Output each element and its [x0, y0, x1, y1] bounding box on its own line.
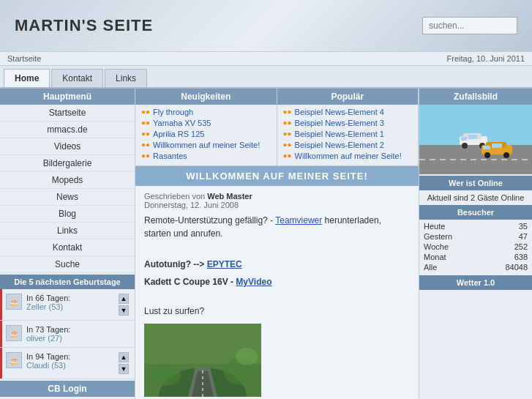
- svg-rect-22: [492, 143, 502, 148]
- popular-body: ●● Beispiel News-Element 4 ●● Beispiel N…: [277, 105, 419, 165]
- neuigkeiten-link-3[interactable]: Aprilia RS 125: [153, 130, 204, 138]
- popular-link-3[interactable]: Beispiel News-Element 1: [295, 130, 384, 138]
- popular-bullet-4: ●●: [283, 141, 292, 149]
- visitor-header: Besucher: [419, 205, 532, 220]
- scroll-up-1[interactable]: ▲: [119, 294, 129, 304]
- popular-bullet-5: ●●: [283, 152, 292, 160]
- bullet-icon-4: ●●: [141, 141, 150, 149]
- neuigkeiten-link-2[interactable]: Yamaha XV 535: [153, 119, 211, 127]
- sidebar-item-startseite[interactable]: Startseite: [0, 105, 135, 122]
- sidebar-header: Hauptmenü: [0, 89, 135, 105]
- popular-link-5[interactable]: Willkommen auf meiner Seite!: [295, 152, 402, 160]
- svg-point-8: [236, 348, 258, 365]
- myvideo-link[interactable]: MyVideo: [236, 277, 271, 287]
- scroll-down-1[interactable]: ▼: [119, 305, 129, 316]
- birthday-name-1: Zeller (53): [26, 302, 70, 311]
- neuigkeiten-item-4: ●● Willkommen auf meiner Seite!: [141, 141, 271, 149]
- tab-kontakt[interactable]: Kontakt: [51, 69, 103, 87]
- popular-item-3: ●● Beispiel News-Element 1: [283, 130, 413, 138]
- neuigkeiten-link-4[interactable]: Willkommen auf meiner Seite!: [153, 141, 260, 149]
- neuigkeiten-body: ●● Fly through ●● Yamaha XV 535 ●● April…: [135, 105, 277, 165]
- visitor-row-alle: Alle 84048: [424, 262, 528, 272]
- bullet-icon-2: ●●: [141, 119, 150, 127]
- visitor-row-monat: Monat 638: [424, 252, 528, 262]
- neuigkeiten-item-1: ●● Fly through: [141, 108, 271, 116]
- birthday-icon-2: 🎂: [6, 325, 22, 341]
- visitor-count-monat: 638: [514, 253, 528, 261]
- bullet-icon-1: ●●: [141, 108, 150, 116]
- popular-item-4: ●● Beispiel News-Element 2: [283, 141, 413, 149]
- popular-link-4[interactable]: Beispiel News-Element 2: [295, 141, 384, 149]
- birthday-name-2: oliver (27): [26, 334, 70, 343]
- visitor-count-heute: 35: [519, 222, 528, 231]
- svg-rect-21: [483, 146, 490, 149]
- popular-bullet-1: ●●: [283, 108, 292, 116]
- search-input[interactable]: [422, 17, 517, 34]
- article-body: Geschrieben von Web Master Donnerstag, 1…: [135, 186, 419, 399]
- visitor-row-gestern: Gestern 47: [424, 231, 528, 242]
- sidebar-item-links[interactable]: Links: [0, 223, 135, 239]
- article-author: Web Master: [207, 192, 252, 201]
- online-text: Aktuell sind 2 Gäste Online: [427, 193, 525, 202]
- popular-link-2[interactable]: Beispiel News-Element 3: [295, 119, 384, 127]
- neuigkeiten-item-2: ●● Yamaha XV 535: [141, 119, 271, 127]
- visitor-label-monat: Monat: [424, 253, 446, 261]
- neuigkeiten-item-3: ●● Aprilia RS 125: [141, 130, 271, 138]
- popular-item-2: ●● Beispiel News-Element 3: [283, 119, 413, 127]
- scroll-down-3[interactable]: ▼: [119, 364, 129, 374]
- news-popular-row: Neuigkeiten ●● Fly through ●● Yamaha XV …: [135, 89, 419, 166]
- article-meta: Geschrieben von Web Master Donnerstag, 1…: [144, 192, 410, 209]
- visitor-count-gestern: 47: [519, 232, 528, 241]
- popular-item-5: ●● Willkommen auf meiner Seite!: [283, 152, 413, 160]
- birthday-days-1: In 66 Tagen:: [26, 294, 70, 302]
- birthday-days-3: In 94 Tagen:: [26, 352, 70, 361]
- neuigkeiten-link-5[interactable]: Rasantes: [153, 152, 187, 160]
- birthday-name-3: Claudi (53): [26, 361, 70, 370]
- weather-header: Wetter 1.0: [419, 275, 532, 290]
- sidebar-item-mopeds[interactable]: Mopeds: [0, 172, 135, 189]
- scroll-up-3[interactable]: ▲: [119, 352, 129, 362]
- popular-item-1: ●● Beispiel News-Element 4: [283, 108, 413, 116]
- svg-point-19: [484, 152, 490, 158]
- sidebar-item-videos[interactable]: Videos: [0, 138, 135, 155]
- visitor-count-woche: 252: [514, 242, 528, 251]
- visitor-label-heute: Heute: [424, 222, 445, 231]
- birthday-list: 🎂 In 66 Tagen: Zeller (53) ▲ ▼ 🎂 In 73 T…: [0, 289, 135, 379]
- neuigkeiten-header: Neuigkeiten: [135, 89, 277, 105]
- breadcrumb-date: Freitag, 10. Juni 2011: [447, 54, 525, 63]
- article-para1: Remote-Unterstützung gefällig? - Teamvie…: [144, 214, 410, 240]
- online-header: Wer ist Online: [419, 176, 532, 190]
- zufallsbild-header: Zufallsbild: [419, 89, 532, 105]
- svg-rect-15: [461, 137, 467, 141]
- visitor-count-alle: 84048: [505, 263, 528, 272]
- birthday-icon-3: 🎂: [6, 352, 22, 368]
- cb-login-header: CB Login: [0, 381, 135, 397]
- neuigkeiten-column: Neuigkeiten ●● Fly through ●● Yamaha XV …: [135, 89, 277, 165]
- breadcrumb-left[interactable]: Startseite: [7, 54, 41, 63]
- sidebar-item-kontakt[interactable]: Kontakt: [0, 239, 135, 256]
- bullet-icon-3: ●●: [141, 130, 150, 138]
- svg-rect-16: [468, 135, 477, 139]
- tab-links[interactable]: Links: [105, 69, 147, 87]
- visitor-label-gestern: Gestern: [424, 232, 452, 241]
- birthday-days-2: In 73 Tagen:: [26, 325, 70, 334]
- epytec-link[interactable]: EPYTEC: [207, 259, 242, 269]
- visitor-table: Heute 35 Gestern 47 Woche 252 Monat 638 …: [419, 220, 532, 274]
- popular-header: Populär: [277, 89, 419, 105]
- page-header: MARTIN'S SEITE: [0, 0, 532, 51]
- neuigkeiten-item-5: ●● Rasantes: [141, 152, 271, 160]
- sidebar-item-news[interactable]: News: [0, 189, 135, 206]
- article-para2: Lust zu surfen?: [144, 305, 410, 318]
- article-heading-epytec: Autotunig? --> EPYTEC: [144, 258, 410, 271]
- sidebar-item-bildergalerie[interactable]: Bildergalerie: [0, 155, 135, 172]
- neuigkeiten-link-1[interactable]: Fly through: [153, 108, 193, 116]
- teamviewer-link[interactable]: Teamviewer: [275, 215, 322, 225]
- sidebar-item-blog[interactable]: Blog: [0, 206, 135, 223]
- left-sidebar: Hauptmenü Startseite mmacs.de Videos Bil…: [0, 89, 135, 399]
- sidebar-item-mmacs[interactable]: mmacs.de: [0, 122, 135, 138]
- visitor-row-heute: Heute 35: [424, 221, 528, 231]
- popular-link-1[interactable]: Beispiel News-Element 4: [295, 108, 384, 116]
- tab-home[interactable]: Home: [4, 69, 50, 87]
- dtm-image: DTM: [419, 105, 532, 174]
- sidebar-item-suche[interactable]: Suche: [0, 256, 135, 273]
